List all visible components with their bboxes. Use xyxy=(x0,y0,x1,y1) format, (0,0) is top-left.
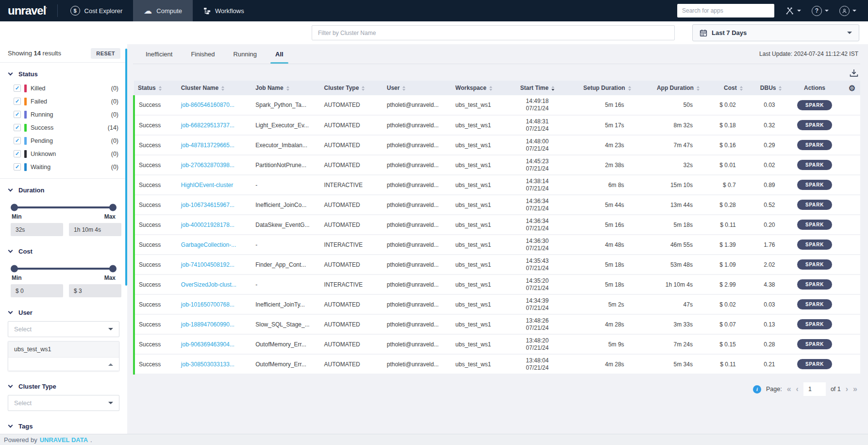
status-filter-item[interactable]: ✓ Killed (0) xyxy=(14,82,120,95)
status-filter-item[interactable]: ✓ Success (14) xyxy=(14,121,120,134)
table-settings[interactable]: ⚙ xyxy=(844,81,860,95)
cost-min-input[interactable] xyxy=(11,284,63,297)
tags-section-header[interactable]: Tags xyxy=(7,420,120,433)
spark-button[interactable]: SPARK xyxy=(797,220,832,230)
first-page-button[interactable]: « xyxy=(787,385,791,393)
status-filter-item[interactable]: ✓ Running (0) xyxy=(14,108,120,121)
col-app-duration[interactable]: App Duration xyxy=(635,81,703,95)
cluster-name-link[interactable]: HighIOEvent-cluster xyxy=(181,182,233,188)
cost-min-handle[interactable] xyxy=(11,265,18,273)
spark-button[interactable]: SPARK xyxy=(797,279,832,290)
col-cluster-type[interactable]: Cluster Type xyxy=(320,81,383,95)
col-cost[interactable]: Cost xyxy=(703,81,747,95)
unravel-logo[interactable]: unravel' xyxy=(0,4,57,17)
search-apps-input[interactable] xyxy=(677,4,774,17)
nav-workflows[interactable]: Workflows xyxy=(193,0,255,21)
col-job-name[interactable]: Job Name xyxy=(251,81,320,95)
status-filter-item[interactable]: ✓ Failed (0) xyxy=(14,95,120,108)
duration-section-header[interactable]: Duration xyxy=(7,184,120,197)
workspace-option[interactable]: ubs_test_ws1 xyxy=(8,342,119,358)
spark-button[interactable]: SPARK xyxy=(797,120,832,130)
nav-cost-explorer[interactable]: $ Cost Explorer xyxy=(60,0,134,21)
reset-button[interactable]: RESET xyxy=(91,48,120,59)
table-row[interactable]: Success job-101650700768... Inefficient_… xyxy=(134,294,860,314)
cluster-name-link[interactable]: job-741004508192... xyxy=(181,261,234,268)
sidebar-scrollbar[interactable] xyxy=(125,49,127,286)
table-row[interactable]: Success job-487813729665... Executor_Imb… xyxy=(134,135,860,155)
status-filter-item[interactable]: ✓ Pending (0) xyxy=(14,134,120,147)
checkbox-checked-icon[interactable]: ✓ xyxy=(14,124,21,131)
cost-max-handle[interactable] xyxy=(109,265,117,273)
cluster-name-filter-input[interactable] xyxy=(312,25,675,40)
col-dbus[interactable]: DBUs xyxy=(747,81,786,95)
checkbox-checked-icon[interactable]: ✓ xyxy=(14,111,21,118)
tab-all[interactable]: All xyxy=(274,45,284,63)
table-row[interactable]: Success HighIOEvent-cluster - INTERACTIV… xyxy=(134,175,860,195)
cluster-name-link[interactable]: job-101650700768... xyxy=(181,301,234,308)
cluster-type-select[interactable]: Select xyxy=(8,395,119,411)
spark-button[interactable]: SPARK xyxy=(797,339,832,349)
tools-menu-button[interactable] xyxy=(785,6,801,15)
cluster-type-section-header[interactable]: Cluster Type xyxy=(7,380,120,393)
user-menu-button[interactable] xyxy=(839,6,856,16)
spark-button[interactable]: SPARK xyxy=(797,240,832,250)
table-row[interactable]: Success job-906369463904... OutofMemory_… xyxy=(134,334,860,354)
unravel-data-link[interactable]: UNRAVEL DATA xyxy=(40,436,88,444)
status-section-header[interactable]: Status xyxy=(7,68,120,81)
col-cluster-name[interactable]: Cluster Name xyxy=(177,81,251,95)
spark-button[interactable]: SPARK xyxy=(797,100,832,110)
cluster-name-link[interactable]: job-400021928178... xyxy=(181,222,234,228)
table-row[interactable]: Success job-106734615967... Inefficient_… xyxy=(134,195,860,215)
dropdown-collapse-row[interactable] xyxy=(8,358,119,371)
tab-inefficient[interactable]: Inefficient xyxy=(145,45,173,63)
nav-compute[interactable]: ☁ Compute xyxy=(133,0,193,21)
col-setup-duration[interactable]: Setup Duration xyxy=(568,81,634,95)
status-filter-item[interactable]: ✓ Waiting (0) xyxy=(14,160,120,173)
help-menu-button[interactable]: ? xyxy=(812,6,829,16)
cluster-name-link[interactable]: job-860546160870... xyxy=(181,102,234,108)
cluster-name-link[interactable]: job-487813729665... xyxy=(181,142,234,149)
table-row[interactable]: Success job-270632870398... PartitionNot… xyxy=(134,155,860,175)
spark-button[interactable]: SPARK xyxy=(797,259,832,270)
col-status[interactable]: Status xyxy=(134,81,177,95)
cluster-name-link[interactable]: job-106734615967... xyxy=(181,202,234,208)
spark-button[interactable]: SPARK xyxy=(797,140,832,150)
table-row[interactable]: Success job-741004508192... Finder_App_C… xyxy=(134,255,860,274)
checkbox-checked-icon[interactable]: ✓ xyxy=(14,137,21,144)
table-row[interactable]: Success job-860546160870... Spark_Python… xyxy=(134,95,860,115)
spark-button[interactable]: SPARK xyxy=(797,299,832,309)
user-section-header[interactable]: User xyxy=(7,306,120,319)
table-row[interactable]: Success GarbageCollection-... - INTERACT… xyxy=(134,235,860,255)
duration-min-handle[interactable] xyxy=(11,204,18,211)
cluster-name-link[interactable]: job-188947060990... xyxy=(181,321,234,328)
tab-finished[interactable]: Finished xyxy=(190,45,216,63)
tab-running[interactable]: Running xyxy=(233,45,258,63)
duration-min-input[interactable] xyxy=(11,223,63,236)
spark-button[interactable]: SPARK xyxy=(797,180,832,190)
spark-button[interactable]: SPARK xyxy=(797,319,832,329)
last-page-button[interactable]: » xyxy=(853,385,857,393)
cluster-name-link[interactable]: job-668229513737... xyxy=(181,122,234,129)
duration-max-handle[interactable] xyxy=(109,204,117,211)
prev-page-button[interactable]: ‹ xyxy=(796,385,799,393)
cluster-name-link[interactable]: job-270632870398... xyxy=(181,162,234,169)
download-icon[interactable] xyxy=(850,69,858,77)
col-workspace[interactable]: Workspace xyxy=(451,81,506,95)
user-select[interactable]: Select xyxy=(8,321,119,337)
checkbox-checked-icon[interactable]: ✓ xyxy=(14,98,21,105)
cluster-name-link[interactable]: GarbageCollection-... xyxy=(181,241,236,248)
col-user[interactable]: User xyxy=(383,81,451,95)
checkbox-checked-icon[interactable]: ✓ xyxy=(14,163,21,171)
date-range-select[interactable]: Last 7 Days xyxy=(692,24,859,41)
page-number-input[interactable] xyxy=(803,382,826,396)
table-row[interactable]: Success job-188947060990... Slow_SQL_Sta… xyxy=(134,314,860,334)
table-row[interactable]: Success OverSizedJob-clust... - INTERACT… xyxy=(134,274,860,294)
checkbox-checked-icon[interactable]: ✓ xyxy=(14,85,21,92)
cluster-name-link[interactable]: job-906369463904... xyxy=(181,341,234,348)
table-row[interactable]: Success job-400021928178... DataSkew_Eve… xyxy=(134,215,860,235)
duration-max-input[interactable] xyxy=(69,223,121,236)
gear-icon[interactable]: ⚙ xyxy=(849,84,855,93)
checkbox-checked-icon[interactable]: ✓ xyxy=(14,150,21,157)
spark-button[interactable]: SPARK xyxy=(797,359,832,369)
next-page-button[interactable]: › xyxy=(846,385,848,393)
